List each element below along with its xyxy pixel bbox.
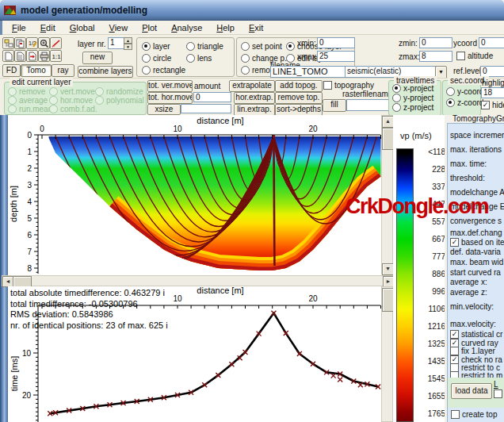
page-text-button[interactable]	[14, 50, 26, 62]
fill-button[interactable]: fill	[323, 99, 346, 112]
topography-checkbox[interactable]: topography	[323, 81, 374, 90]
radio-dot[interactable]	[392, 94, 401, 102]
setting-fix-1-layer[interactable]: fix 1.layer	[450, 347, 495, 355]
radio-dot[interactable]	[49, 87, 58, 96]
amount-field[interactable]: 0	[193, 92, 231, 102]
menu-global[interactable]: Global	[63, 22, 102, 33]
traveltime-vscrollbar[interactable]	[381, 286, 393, 422]
scroll-left-icon[interactable]: ◄	[2, 276, 13, 287]
point-radio-set-point[interactable]: set point	[241, 42, 282, 51]
print-button[interactable]	[38, 50, 50, 62]
remove-top--button[interactable]: remove top.	[275, 92, 323, 104]
edit-radio-remove[interactable]: remove	[8, 87, 45, 96]
tot-ver-move-button[interactable]: tot. ver.move	[147, 80, 193, 92]
traveltimes-radio-z-project[interactable]: z-project	[392, 103, 433, 112]
ycoord-field[interactable]: 0	[479, 37, 504, 48]
mode-tomo-button[interactable]: Tomo	[21, 64, 52, 77]
combine-layers-button[interactable]: combine layers	[78, 66, 133, 78]
draw-pen-button[interactable]	[50, 37, 62, 49]
plot-hscrollbar[interactable]: ◄ ►	[2, 275, 393, 286]
radio-dot[interactable]	[8, 96, 17, 105]
radio-dot[interactable]	[241, 54, 250, 63]
mode-ray-button[interactable]: ray	[52, 64, 74, 77]
create-top-checkbox[interactable]: create top	[451, 410, 497, 419]
altitude-checkbox[interactable]: altitude	[456, 52, 493, 60]
radio-dot[interactable]	[186, 42, 195, 51]
extrapolate-button[interactable]: extrapolate	[229, 80, 275, 92]
new-layer-button[interactable]: new	[82, 52, 113, 64]
edit-radio-randomize[interactable]: randomize	[95, 87, 143, 96]
setting-statistical-cr[interactable]: ✓statistical cr	[450, 330, 502, 339]
radio-dot[interactable]	[446, 98, 455, 107]
menu-file[interactable]: File	[5, 22, 33, 33]
page-export-button[interactable]	[26, 50, 38, 62]
tree-view-button[interactable]	[2, 37, 14, 49]
mode-fd-button[interactable]: FD	[2, 64, 21, 77]
add-topog--button[interactable]: add topog.	[275, 80, 323, 92]
radio-dot[interactable]	[142, 66, 151, 75]
new-page-button[interactable]	[2, 50, 14, 62]
reflevel-field[interactable]: 0	[480, 66, 504, 77]
scroll-up-icon[interactable]: ▲	[382, 116, 394, 128]
zmin-field[interactable]: 0	[419, 37, 452, 48]
spin-down-icon[interactable]: ▼	[124, 44, 132, 50]
load-data-button[interactable]: load data	[451, 383, 492, 399]
edit-radio-run-mean[interactable]: run.mean	[8, 105, 52, 113]
scroll-down-icon[interactable]: ▼	[382, 263, 394, 275]
shape-radio-circle[interactable]: circle	[142, 54, 171, 63]
menu-view[interactable]: View	[102, 22, 136, 33]
radio-dot[interactable]	[49, 105, 58, 113]
checkbox-box[interactable]: ✓	[450, 330, 459, 339]
shape-radio-triangle[interactable]: triangle	[186, 42, 223, 51]
radio-dot[interactable]	[142, 54, 151, 63]
shape-radio-lens[interactable]: lens	[186, 54, 212, 63]
lin-extrap--button[interactable]: lin.extrap.	[234, 104, 275, 116]
hor-extrap--button[interactable]: hor.extrap.	[234, 92, 275, 104]
xsize-button[interactable]: xsize	[147, 104, 181, 115]
radio-dot[interactable]	[8, 87, 17, 96]
copy-page-button[interactable]	[14, 37, 26, 49]
hscroll-thumb[interactable]	[13, 276, 32, 287]
xmin-field[interactable]: 0	[317, 37, 355, 48]
menu-edit[interactable]: Edit	[33, 22, 63, 33]
menu-plot[interactable]: Plot	[135, 22, 164, 33]
spin-up-icon[interactable]: ▲	[124, 37, 132, 44]
radio-dot[interactable]	[142, 42, 151, 51]
left-scroll-strip[interactable]	[0, 115, 8, 422]
edit-radio-polynomial[interactable]: polynomial	[95, 96, 144, 105]
checkbox-box[interactable]: ✓	[450, 238, 459, 247]
shape-radio-rectangle[interactable]: rectangle	[142, 66, 185, 75]
tomogram-plot[interactable]: 01020012345678distance [m]depth [m]	[8, 115, 381, 274]
half-scale-button[interactable]: 1/2	[26, 37, 38, 49]
checkbox-box[interactable]	[450, 347, 459, 355]
layer-nr-field[interactable]: 1	[108, 37, 125, 49]
zmax-field[interactable]: 8	[419, 51, 452, 62]
radio-dot[interactable]	[95, 96, 104, 105]
scroll-right-icon[interactable]: ►	[383, 276, 394, 287]
topography-checkbox-box[interactable]	[323, 81, 332, 90]
radio-dot[interactable]	[186, 54, 195, 63]
edit-radio-average[interactable]: average	[8, 96, 48, 105]
highlight-field[interactable]: 18	[481, 87, 504, 98]
traveltimes-radio-x-project[interactable]: x-project	[392, 84, 433, 93]
setting-based-on-ite[interactable]: ✓based on ite	[450, 238, 504, 247]
filename-field[interactable]: LINE1_TOMO	[270, 66, 346, 78]
menu-help[interactable]: Help	[209, 22, 242, 33]
scroll-thumb[interactable]	[382, 288, 394, 312]
radio-dot[interactable]	[392, 84, 401, 93]
one-to-one-button[interactable]: 1:1	[50, 50, 62, 62]
altitude-checkbox-box[interactable]	[456, 52, 465, 60]
layer-nr-spinner[interactable]: ▲▼	[124, 37, 132, 48]
sort-depths-button[interactable]: sort->depths	[275, 104, 323, 116]
radio-dot[interactable]	[446, 87, 455, 96]
radio-dot[interactable]	[392, 103, 401, 112]
edit-radio-vert-move[interactable]: vert.move	[49, 87, 95, 96]
scroll-thumb[interactable]	[382, 128, 394, 150]
seccoord-radio-y-coord-[interactable]: y-coord.	[446, 87, 486, 96]
radio-dot[interactable]	[95, 87, 104, 96]
zoom-in-button[interactable]	[38, 37, 50, 49]
radio-dot[interactable]	[49, 96, 58, 105]
menu-exit[interactable]: Exit	[242, 22, 270, 33]
tot-hor-move-button[interactable]: tot. hor.move	[147, 92, 193, 104]
radio-dot[interactable]	[241, 66, 250, 75]
